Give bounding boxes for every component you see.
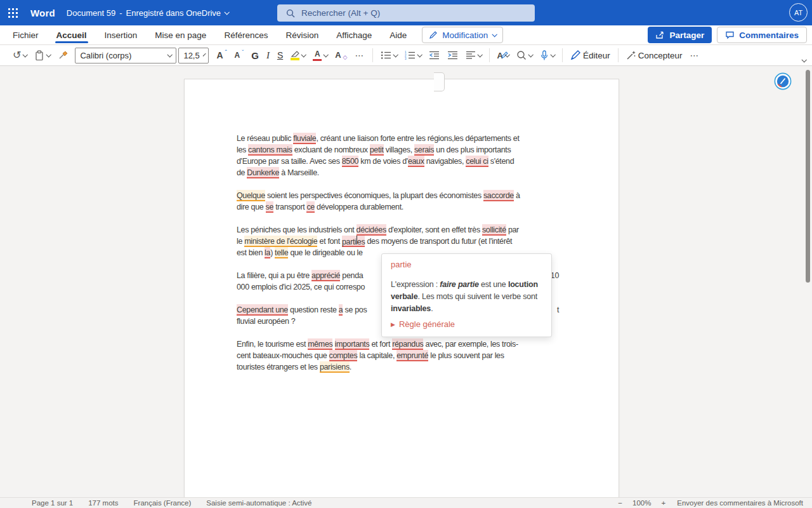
text-line[interactable]: les cantons mais excluant de nombreux pe… [237,144,559,156]
spelling-error[interactable]: comptes [329,350,358,361]
document-paragraph[interactable]: Quelque soient les perspectives économiq… [237,190,559,213]
menu-tab-references[interactable]: Références [215,25,277,44]
increase-indent-button[interactable] [443,47,462,64]
spelling-error[interactable]: Dunkerke [247,167,279,178]
font-color-button[interactable]: A [309,47,331,64]
app-name[interactable]: Word [30,8,55,18]
status-item-francais-france[interactable]: Français (France) [134,499,192,507]
alignment-button[interactable] [462,47,485,64]
document-page[interactable]: Le réseau public fluviale, créant une li… [184,79,619,508]
spelling-error[interactable]: petit [370,144,384,156]
styles-button[interactable]: A [494,47,513,64]
grammar-error[interactable]: parisiens [320,361,350,373]
shrink-font-button[interactable]: A ˇ [231,47,248,64]
feedback-link[interactable]: Envoyer des commentaires à Microsoft [677,499,803,507]
italic-button[interactable]: I [263,47,273,64]
spelling-error[interactable]: cantons mais [248,144,292,156]
save-status[interactable]: Enregistré dans OneDrive [126,8,221,18]
avatar[interactable]: AT [789,3,808,22]
document-title[interactable]: Document 59 - Enregistré dans OneDrive [67,8,228,18]
suggestion-word[interactable]: partie [391,260,542,269]
spelling-error[interactable]: décidées [357,224,386,236]
designer-button[interactable]: Concepteur [622,47,686,64]
chevron-down-icon [528,52,533,57]
text-highlight-button[interactable] [287,47,309,64]
spelling-error[interactable]: sollicité [482,224,506,236]
spelling-error[interactable]: apprécié [311,270,340,281]
text-line[interactable]: cent bateaux-mouches que comptes la capi… [237,350,559,361]
editing-mode-button[interactable]: Modification [422,27,503,43]
spelling-error[interactable]: répandus [392,338,423,350]
spelling-error[interactable]: mêmes [308,338,332,350]
clear-formatting-button[interactable]: A ◇ [331,47,351,64]
zoom-out-button[interactable]: − [618,499,622,507]
document-paragraph[interactable]: Le réseau public fluviale, créant une li… [237,133,559,178]
zoom-in-button[interactable]: + [662,499,666,507]
text-line[interactable]: de Dunkerke à Marseille. [237,167,559,178]
spelling-error[interactable]: celui ci [466,156,488,167]
zoom-level[interactable]: 100% [632,499,651,507]
numbered-list-button[interactable]: 1 2 3 [401,47,425,64]
paste-button[interactable] [30,47,54,64]
spelling-error[interactable]: Cependant une [237,304,288,316]
bold-button[interactable]: G [247,47,263,64]
editor-button[interactable]: Éditeur [566,47,614,64]
text-line[interactable]: Les péniches que les industriels ont déc… [237,224,559,236]
grammar-error[interactable]: telle [275,247,288,258]
menu-tab-mise-en-page[interactable]: Mise en page [146,25,215,44]
search-input[interactable]: Rechercher (Alt + Q) [277,4,535,22]
editor-floating-badge[interactable] [774,72,792,93]
menu-tab-accueil[interactable]: Accueil [48,25,96,44]
spelling-error[interactable]: parties [342,236,365,247]
spelling-error[interactable]: serais [414,144,434,156]
document-paragraph[interactable]: Enfin, le tourisme est mêmes importants … [237,338,559,373]
spelling-error[interactable]: la [265,247,270,258]
menu-tab-affichage[interactable]: Affichage [327,25,381,44]
text-line[interactable]: touristes étrangers et les parisiens. [237,361,559,373]
comment-margin-tab[interactable] [434,72,445,91]
text-line[interactable]: Le réseau public fluviale, créant une li… [237,133,559,144]
spelling-error[interactable]: se [266,201,274,213]
vertical-scrollbar[interactable] [806,70,810,283]
bullet-list-button[interactable] [377,47,401,64]
spelling-error[interactable]: eaux [408,156,424,167]
text-line[interactable]: d'Europe par sa taille. Avec ses 8500 km… [237,156,559,167]
format-painter-button[interactable] [54,47,72,64]
text-line[interactable]: le ministère de l'écologie et font parti… [237,236,559,247]
general-rule-link[interactable]: ▶ Règle générale [391,319,542,329]
status-item-saisie-semiautomatique-a[interactable]: Saisie semi-automatique : Activé [206,499,311,507]
comments-button[interactable]: Commentaires [717,27,807,43]
text-line[interactable]: Quelque soient les perspectives économiq… [237,190,559,201]
spelling-error[interactable]: a [339,304,343,316]
status-item-page-1-sur-1[interactable]: Page 1 sur 1 [32,499,73,507]
underline-button[interactable]: S [273,47,287,64]
spelling-error[interactable]: fluviale [293,133,316,144]
grow-font-button[interactable]: A ˆ [213,47,230,64]
spelling-error[interactable]: ce [306,201,315,213]
text-line[interactable]: dire que se transport ce développera dur… [237,201,559,213]
spelling-error[interactable]: 8500 [342,156,358,167]
menu-tab-fichier[interactable]: Fichier [4,25,48,44]
menu-tab-revision[interactable]: Révision [277,25,327,44]
menu-tab-aide[interactable]: Aide [381,25,416,44]
grammar-error[interactable]: Quelque [237,190,265,201]
grammar-error[interactable]: ministère de l'écologie [244,236,317,247]
dictate-button[interactable] [536,47,558,64]
status-item-177-mots[interactable]: 177 mots [88,499,118,507]
spelling-error[interactable]: emprunté [396,350,428,361]
undo-button[interactable]: ↺ [9,47,30,64]
text-line[interactable]: Enfin, le tourisme est mêmes importants … [237,338,559,350]
find-button[interactable] [513,47,536,64]
spelling-error[interactable]: importants [335,338,370,350]
ribbon-more-button[interactable]: ⋯ [686,47,704,64]
font-size-select[interactable]: 12,5 [178,48,209,64]
app-launcher-button[interactable] [0,0,25,25]
spelling-error[interactable]: saccorde [483,190,514,201]
share-button[interactable]: Partager [648,27,712,43]
decrease-indent-button[interactable] [425,47,443,64]
document-name[interactable]: Document 59 [67,8,115,18]
more-font-options-button[interactable]: ⋯ [351,47,369,64]
font-name-select[interactable]: Calibri (corps) [75,48,176,64]
ribbon-collapse-button[interactable] [802,53,806,65]
menu-tab-insertion[interactable]: Insertion [96,25,147,44]
